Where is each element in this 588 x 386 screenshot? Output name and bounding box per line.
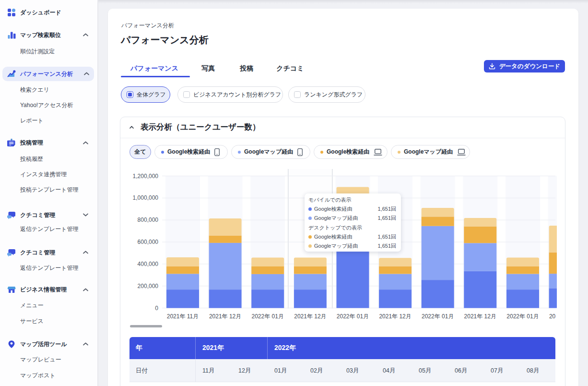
svg-text:0: 0 bbox=[155, 305, 158, 312]
svg-text:1,200,000: 1,200,000 bbox=[133, 173, 159, 180]
svg-text:800,000: 800,000 bbox=[138, 217, 159, 223]
svg-text:400,000: 400,000 bbox=[138, 261, 159, 267]
svg-text:2021年 11月: 2021年 11月 bbox=[167, 313, 199, 320]
svg-text:1,000,000: 1,000,000 bbox=[133, 194, 159, 201]
svg-text:2022年 01月: 2022年 01月 bbox=[506, 313, 539, 320]
svg-text:2021年 12月: 2021年 12月 bbox=[549, 313, 557, 320]
svg-text:2021年 12月: 2021年 12月 bbox=[294, 313, 326, 320]
svg-text:2022年 01月: 2022年 01月 bbox=[422, 313, 454, 320]
svg-text:2022年 01月: 2022年 01月 bbox=[252, 313, 284, 320]
svg-text:2021年 12月: 2021年 12月 bbox=[464, 313, 496, 320]
svg-text:2021年 12月: 2021年 12月 bbox=[379, 313, 411, 320]
svg-text:2022年 01月: 2022年 01月 bbox=[337, 313, 369, 320]
svg-text:200,000: 200,000 bbox=[138, 283, 159, 290]
svg-text:600,000: 600,000 bbox=[138, 239, 159, 245]
svg-text:2021年 12月: 2021年 12月 bbox=[209, 313, 241, 320]
